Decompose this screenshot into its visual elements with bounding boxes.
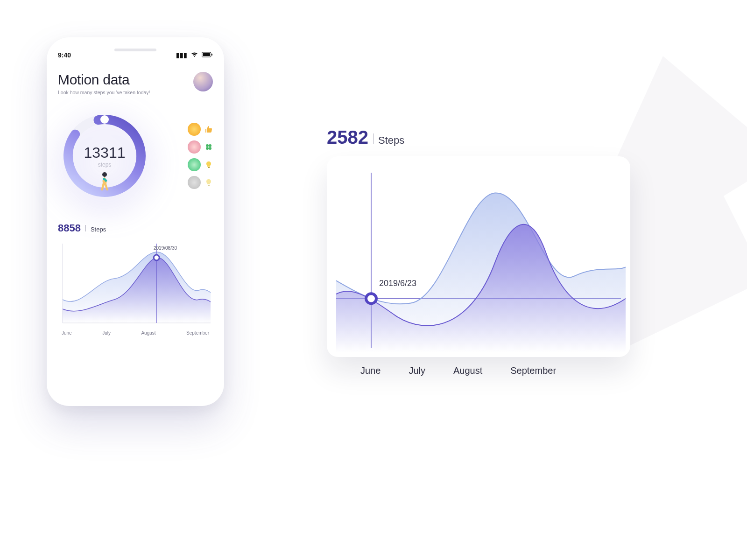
page-header: Motion data Look how many steps you 've …	[58, 72, 213, 95]
svg-rect-12	[208, 185, 210, 186]
progress-ring[interactable]: 13311 steps	[58, 109, 151, 203]
status-time: 9:40	[58, 51, 71, 59]
friend-item[interactable]	[188, 176, 213, 189]
phone-chart-xaxis: June July August September	[58, 328, 213, 336]
svg-point-8	[209, 144, 211, 147]
summary-value: 8858	[58, 222, 81, 234]
friend-item[interactable]	[188, 140, 213, 154]
chart-annotation: 2019/6/23	[379, 279, 416, 288]
svg-rect-11	[208, 167, 210, 168]
xaxis-label: June	[62, 330, 72, 336]
svg-point-9	[206, 147, 209, 150]
xaxis-label: September	[186, 330, 209, 336]
friend-item[interactable]	[188, 123, 213, 136]
status-bar: 9:40 ▮▮▮	[58, 51, 213, 59]
divider	[85, 225, 86, 231]
status-indicators: ▮▮▮	[174, 51, 213, 59]
detail-panel: 2582 Steps	[327, 107, 654, 376]
wifi-icon	[191, 51, 200, 59]
phone-chart[interactable]: 2019/08/30	[58, 239, 213, 328]
chart-annotation: 2019/08/30	[154, 245, 177, 251]
friend-item[interactable]	[188, 158, 213, 171]
detail-chart-xaxis: June July August September	[327, 357, 654, 376]
battery-icon	[202, 51, 213, 59]
detail-label: Steps	[378, 134, 404, 147]
avatar[interactable]	[193, 72, 213, 91]
friend-avatar	[188, 176, 201, 189]
summary-label: Steps	[91, 226, 106, 233]
phone-notch	[114, 49, 156, 51]
xaxis-label: July	[102, 330, 111, 336]
page-title: Motion data	[58, 72, 150, 88]
signal-icon: ▮▮▮	[176, 51, 187, 59]
detail-chart[interactable]: 2019/6/23	[327, 156, 630, 357]
lightbulb-icon	[204, 178, 213, 187]
phone-summary: 8858 Steps	[58, 222, 213, 234]
detail-summary: 2582 Steps	[327, 127, 654, 148]
friend-avatar	[188, 140, 201, 154]
phone-mockup: 9:40 ▮▮▮ Motion data Look how many steps…	[47, 37, 224, 406]
svg-rect-1	[211, 54, 212, 56]
svg-point-10	[209, 147, 211, 150]
clover-icon	[204, 143, 213, 151]
page-subtitle: Look how many steps you 've taken today!	[58, 90, 150, 95]
ring-label: steps	[98, 161, 112, 168]
xaxis-label: August	[141, 330, 155, 336]
xaxis-label: July	[409, 365, 425, 376]
friends-list	[188, 123, 213, 189]
xaxis-label: August	[453, 365, 482, 376]
svg-point-16	[154, 255, 159, 260]
svg-point-7	[206, 144, 209, 147]
xaxis-label: September	[510, 365, 556, 376]
xaxis-label: June	[360, 365, 381, 376]
svg-point-19	[366, 294, 376, 303]
detail-value: 2582	[327, 127, 368, 148]
friend-avatar	[188, 123, 201, 136]
walker-illustration	[96, 172, 113, 192]
thumbs-up-icon	[204, 125, 213, 133]
lightbulb-icon	[204, 161, 213, 169]
svg-point-6	[102, 172, 107, 177]
divider	[373, 133, 374, 144]
svg-rect-2	[203, 53, 210, 56]
ring-value: 13311	[84, 144, 126, 161]
friend-avatar	[188, 158, 201, 171]
